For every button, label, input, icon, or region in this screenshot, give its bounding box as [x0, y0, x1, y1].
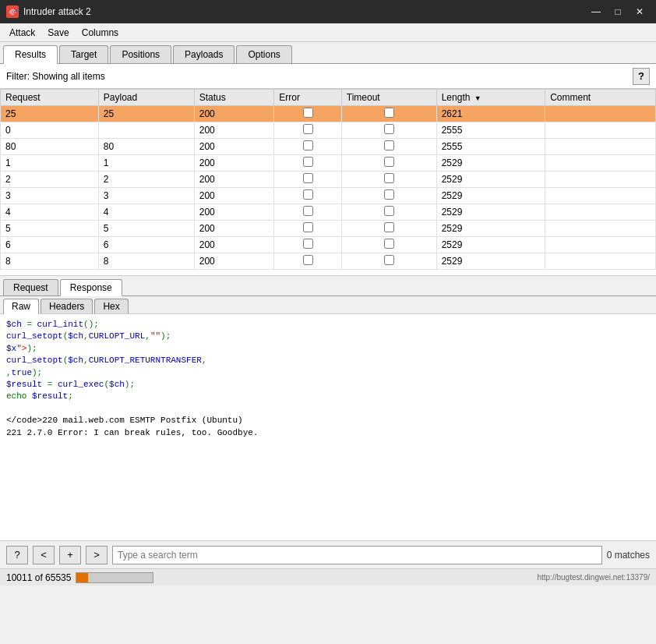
cell-status: 200: [194, 253, 274, 270]
cell-payload: 4: [98, 204, 194, 221]
filter-text: Filter: Showing all items: [6, 71, 105, 82]
cell-request: 3: [1, 188, 99, 204]
tab-payloads[interactable]: Payloads: [173, 45, 235, 63]
inner-tab-raw[interactable]: Raw: [3, 299, 39, 314]
menu-columns[interactable]: Columns: [76, 26, 125, 40]
close-button[interactable]: ✕: [630, 4, 650, 19]
cell-error: [274, 106, 342, 122]
maximize-button[interactable]: □: [608, 4, 628, 19]
table-row[interactable]: 222002529: [1, 172, 656, 188]
error-checkbox[interactable]: [303, 239, 313, 249]
col-length[interactable]: Length ▼: [436, 90, 545, 106]
tab-target[interactable]: Target: [59, 45, 108, 63]
cell-comment: [545, 188, 656, 204]
cell-comment: [545, 122, 656, 139]
timeout-checkbox[interactable]: [384, 189, 394, 200]
cell-comment: [545, 172, 656, 188]
results-table: Request Payload Status Error Timeout Len…: [0, 89, 656, 270]
cell-status: 200: [194, 155, 274, 172]
inner-tab-headers[interactable]: Headers: [41, 299, 93, 313]
error-checkbox[interactable]: [303, 140, 313, 150]
table-row[interactable]: 662002529: [1, 237, 656, 253]
error-checkbox[interactable]: [303, 173, 313, 183]
cell-error: [274, 237, 342, 253]
col-status[interactable]: Status: [194, 90, 274, 106]
timeout-checkbox[interactable]: [384, 255, 394, 265]
timeout-checkbox[interactable]: [384, 124, 394, 134]
cell-request: 4: [1, 204, 99, 221]
error-checkbox[interactable]: [303, 255, 313, 265]
progress-bar-bg: [76, 572, 153, 583]
cell-length: 2529: [436, 204, 545, 221]
tab-response[interactable]: Response: [60, 279, 122, 296]
table-row[interactable]: 552002529: [1, 221, 656, 237]
table-row[interactable]: 442002529: [1, 204, 656, 221]
error-checkbox[interactable]: [303, 157, 313, 167]
col-timeout[interactable]: Timeout: [341, 90, 436, 106]
col-error[interactable]: Error: [274, 90, 342, 106]
tab-results[interactable]: Results: [3, 45, 58, 64]
progress-text: 10011 of 65535: [6, 572, 71, 583]
cell-error: [274, 204, 342, 221]
timeout-checkbox[interactable]: [384, 222, 394, 232]
progress-bar-fill: [76, 573, 88, 582]
cell-length: 2529: [436, 253, 545, 270]
table-row[interactable]: 02002555: [1, 122, 656, 139]
cell-error: [274, 155, 342, 172]
matches-count: 0 matches: [607, 550, 650, 561]
menu-save[interactable]: Save: [41, 26, 75, 40]
timeout-checkbox[interactable]: [384, 206, 394, 216]
col-comment[interactable]: Comment: [545, 90, 656, 106]
cell-status: 200: [194, 122, 274, 139]
cell-request: 5: [1, 221, 99, 237]
app-icon: 🎯: [6, 5, 19, 18]
table-row[interactable]: 332002529: [1, 188, 656, 204]
table-row[interactable]: 80802002555: [1, 139, 656, 155]
timeout-checkbox[interactable]: [384, 239, 394, 249]
help-nav-button[interactable]: ?: [6, 546, 28, 564]
add-button[interactable]: +: [59, 546, 81, 564]
search-input[interactable]: [112, 546, 602, 564]
table-body: 2525200262102002555808020025551120025292…: [1, 106, 656, 270]
status-url: http://bugtest.dingwei.net:13379/: [537, 573, 650, 582]
col-request[interactable]: Request: [1, 90, 99, 106]
cell-request: 2: [1, 172, 99, 188]
table-row[interactable]: 25252002621: [1, 106, 656, 122]
menu-bar: Attack Save Columns: [0, 23, 656, 42]
main-tab-bar: Results Target Positions Payloads Option…: [0, 42, 656, 64]
minimize-button[interactable]: —: [586, 4, 606, 19]
next-button[interactable]: >: [86, 546, 108, 564]
cell-payload: 80: [98, 139, 194, 155]
cell-timeout: [341, 172, 436, 188]
col-payload[interactable]: Payload: [98, 90, 194, 106]
timeout-checkbox[interactable]: [384, 173, 394, 183]
inner-tab-hex[interactable]: Hex: [94, 299, 128, 313]
help-button[interactable]: ?: [633, 68, 650, 85]
table-row[interactable]: 882002529: [1, 253, 656, 270]
cell-length: 2529: [436, 237, 545, 253]
cell-timeout: [341, 188, 436, 204]
error-checkbox[interactable]: [303, 189, 313, 200]
prev-button[interactable]: <: [33, 546, 55, 564]
timeout-checkbox[interactable]: [384, 157, 394, 167]
window-controls: — □ ✕: [586, 4, 650, 19]
cell-payload: 25: [98, 106, 194, 122]
menu-attack[interactable]: Attack: [3, 26, 41, 40]
tab-positions[interactable]: Positions: [110, 45, 171, 63]
error-checkbox[interactable]: [303, 206, 313, 216]
cell-error: [274, 221, 342, 237]
error-checkbox[interactable]: [303, 108, 313, 118]
error-checkbox[interactable]: [303, 124, 313, 134]
cell-comment: [545, 253, 656, 270]
error-checkbox[interactable]: [303, 222, 313, 232]
tab-options[interactable]: Options: [236, 45, 291, 63]
cell-timeout: [341, 122, 436, 139]
timeout-checkbox[interactable]: [384, 108, 394, 118]
timeout-checkbox[interactable]: [384, 140, 394, 150]
table-row[interactable]: 112002529: [1, 155, 656, 172]
cell-comment: [545, 106, 656, 122]
cell-request: 8: [1, 253, 99, 270]
tab-request[interactable]: Request: [3, 279, 58, 295]
cell-payload: [98, 122, 194, 139]
cell-timeout: [341, 204, 436, 221]
